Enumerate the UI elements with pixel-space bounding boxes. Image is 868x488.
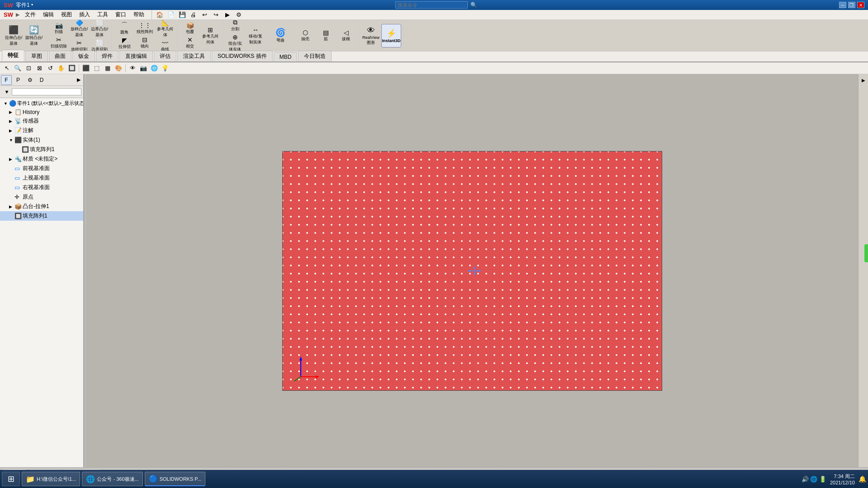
scan-btn[interactable]: 📷 扫描 bbox=[49, 21, 69, 35]
tab-today[interactable]: 今日制造 bbox=[298, 51, 332, 62]
boss-extrude-item[interactable]: ▶ 📦 凸台-拉伸1 bbox=[0, 202, 83, 211]
tab-sketch[interactable]: 草图 bbox=[25, 51, 48, 62]
curves-btn[interactable]: 〰 曲线 bbox=[155, 39, 175, 52]
fillet-btn[interactable]: ⌒ 圆角 bbox=[114, 21, 134, 36]
shell-btn[interactable]: ⬡ 抽壳 bbox=[295, 28, 315, 43]
arrow-forward[interactable]: ▶ bbox=[16, 12, 19, 18]
restore-button[interactable]: ❐ bbox=[848, 2, 855, 8]
extrude-boss-btn[interactable]: ⬛ 拉伸凸台/基体 bbox=[4, 24, 24, 47]
tab-surface[interactable]: 曲面 bbox=[49, 51, 71, 62]
scene[interactable]: 🌐 bbox=[149, 63, 159, 73]
arrow-tool[interactable]: ↖ bbox=[2, 63, 12, 73]
tab-evaluate[interactable]: 评估 bbox=[154, 51, 176, 62]
feature-manager-tab[interactable]: F bbox=[1, 75, 12, 85]
rib-btn[interactable]: ▤ 筋 bbox=[316, 28, 336, 43]
zebra[interactable]: 🎨 bbox=[114, 63, 123, 73]
part-root-item[interactable]: ▼ 🔵 零件1 (默认<<默认>_显示状态 1>) bbox=[0, 99, 83, 108]
search-filter[interactable] bbox=[12, 88, 81, 95]
display-mode[interactable]: ▦ bbox=[103, 63, 113, 73]
right-panel-btn[interactable]: ▶ bbox=[859, 76, 868, 84]
chamfer-btn[interactable]: ◤ 拉伸切 bbox=[114, 36, 134, 50]
menu-view[interactable]: 视图 bbox=[57, 10, 76, 20]
instant3d-btn[interactable]: ⚡ Instant3D bbox=[381, 24, 401, 47]
combine-btn[interactable]: ⊕ 组合/实体实体 bbox=[225, 33, 245, 52]
command-search[interactable] bbox=[395, 1, 468, 9]
view-settings[interactable]: 👁 bbox=[128, 63, 138, 73]
tab-sheetmetal[interactable]: 钣金 bbox=[72, 51, 95, 62]
solids-item[interactable]: ▼ ⬛ 实体(1) bbox=[0, 135, 83, 145]
deform-btn[interactable]: 🌀 弯曲 bbox=[270, 24, 290, 47]
menu-file[interactable]: 文件 bbox=[21, 10, 39, 20]
shaded-edges[interactable]: ⬚ bbox=[92, 63, 102, 73]
pan[interactable]: ✋ bbox=[56, 63, 66, 73]
filter-icon[interactable]: ▼ bbox=[2, 87, 12, 97]
close-button[interactable]: ✕ bbox=[857, 2, 864, 8]
taskbar-sw[interactable]: 🔵 SOLIDWORKS P... bbox=[145, 472, 206, 486]
minimize-button[interactable]: ─ bbox=[839, 2, 846, 8]
fill-array-item[interactable]: 🔲 填充阵列1 bbox=[0, 211, 83, 221]
tab-feature[interactable]: 特征 bbox=[2, 50, 24, 62]
config-tab[interactable]: ⚙ bbox=[24, 75, 35, 85]
front-plane-item[interactable]: ▭ 前视基准面 bbox=[0, 164, 83, 173]
intersect-btn[interactable]: ✕ 相交 bbox=[180, 36, 200, 50]
notes-item[interactable]: ▶ 📝 注解 bbox=[0, 126, 83, 135]
open-btn[interactable]: 📄 bbox=[166, 10, 176, 20]
zoom-window[interactable]: 🔍 bbox=[13, 63, 23, 73]
draft-btn[interactable]: ◁ 拔模 bbox=[336, 28, 356, 43]
tab-weldment[interactable]: 焊件 bbox=[96, 51, 119, 62]
wrap-btn[interactable]: 📦 包覆 bbox=[180, 21, 200, 35]
menu-help[interactable]: 帮助 bbox=[130, 10, 148, 20]
options-btn[interactable]: ⚙ bbox=[234, 10, 244, 20]
menu-window[interactable]: 窗口 bbox=[112, 10, 130, 20]
play-btn[interactable]: ▶ bbox=[223, 10, 232, 20]
menu-edit[interactable]: 编辑 bbox=[39, 10, 57, 20]
boundary-boss-btn[interactable]: ⬜ 边界凸台/基体 bbox=[90, 20, 109, 38]
taskbar-browser[interactable]: 🌐 公众号 - 360极速... bbox=[82, 472, 142, 486]
scan-cut-btn[interactable]: ✂ 扫描切除 bbox=[49, 36, 69, 50]
start-button[interactable]: ⊞ bbox=[2, 472, 20, 486]
display-3d[interactable]: ⬛ bbox=[81, 63, 91, 73]
viewport[interactable] bbox=[86, 74, 858, 467]
loft-cut-btn[interactable]: ✂ 放样切割 bbox=[69, 39, 89, 52]
tab-mbd[interactable]: MBD bbox=[274, 52, 298, 62]
tab-sw-addins[interactable]: SOLIDWORKS 插件 bbox=[212, 51, 273, 62]
ref-geometry-btn[interactable]: 📐 参考几何体 bbox=[155, 20, 175, 38]
fill-array-solid-item[interactable]: 🔲 填充阵列1 bbox=[0, 145, 83, 154]
scale-btn[interactable]: ⊞ 参考几何何体 bbox=[200, 26, 220, 46]
sw-logo-menu[interactable]: SW bbox=[2, 11, 15, 18]
mirror-btn[interactable]: ⊟ 镜向 bbox=[135, 36, 155, 50]
tab-render[interactable]: 渲染工具 bbox=[177, 51, 211, 62]
linear-pattern-btn[interactable]: ⋮⋮ 线性阵列 bbox=[135, 21, 155, 35]
display-state[interactable]: 💡 bbox=[160, 63, 170, 73]
save-btn[interactable]: 💾 bbox=[177, 10, 187, 20]
camera[interactable]: 📷 bbox=[138, 63, 148, 73]
model-view[interactable] bbox=[282, 151, 662, 391]
material-item[interactable]: ▶ 🔩 材质 <未指定> bbox=[0, 154, 83, 164]
new-btn[interactable]: 🏠 bbox=[155, 10, 165, 20]
tab-direct-edit[interactable]: 直接编辑 bbox=[119, 51, 153, 62]
move-body-btn[interactable]: ↔ 移动/复制实体 bbox=[246, 26, 266, 46]
print-btn[interactable]: 🖨 bbox=[189, 10, 199, 20]
undo-btn[interactable]: ↩ bbox=[200, 10, 210, 20]
loft-boss-btn[interactable]: 🔷 放样凸台/基体 bbox=[69, 20, 89, 38]
sensors-item[interactable]: ▶ 📡 传感器 bbox=[0, 116, 83, 126]
section-view[interactable]: 🔲 bbox=[67, 63, 77, 73]
split-btn[interactable]: ⧉ 分割 bbox=[225, 20, 245, 33]
taskbar-explorer[interactable]: 📁 H:\微信公众号\1... bbox=[22, 472, 80, 486]
origin-item[interactable]: ✛ 原点 bbox=[0, 192, 83, 202]
property-tab[interactable]: P bbox=[13, 75, 24, 85]
realview-btn[interactable]: 👁 RealView图形 bbox=[361, 24, 381, 47]
revolve-boss-btn[interactable]: 🔄 旋转凸台/基体 bbox=[24, 24, 44, 47]
menu-tools[interactable]: 工具 bbox=[94, 10, 112, 20]
zoom-fit[interactable]: ⊡ bbox=[24, 63, 33, 73]
panel-expand-btn[interactable]: ▶ bbox=[75, 75, 82, 85]
zoom-selection[interactable]: ⊠ bbox=[34, 63, 44, 73]
display-tab[interactable]: D bbox=[36, 75, 47, 85]
redo-btn[interactable]: ↪ bbox=[211, 10, 221, 20]
titlebar-controls[interactable]: ─ ❐ ✕ bbox=[839, 2, 864, 8]
right-plane-item[interactable]: ▭ 右视基准面 bbox=[0, 183, 83, 192]
history-item[interactable]: ▶ 📋 History bbox=[0, 108, 83, 116]
rotate-view[interactable]: ↺ bbox=[45, 63, 55, 73]
notifications-icon[interactable]: 🔔 bbox=[859, 475, 866, 483]
menu-insert[interactable]: 插入 bbox=[76, 10, 94, 20]
